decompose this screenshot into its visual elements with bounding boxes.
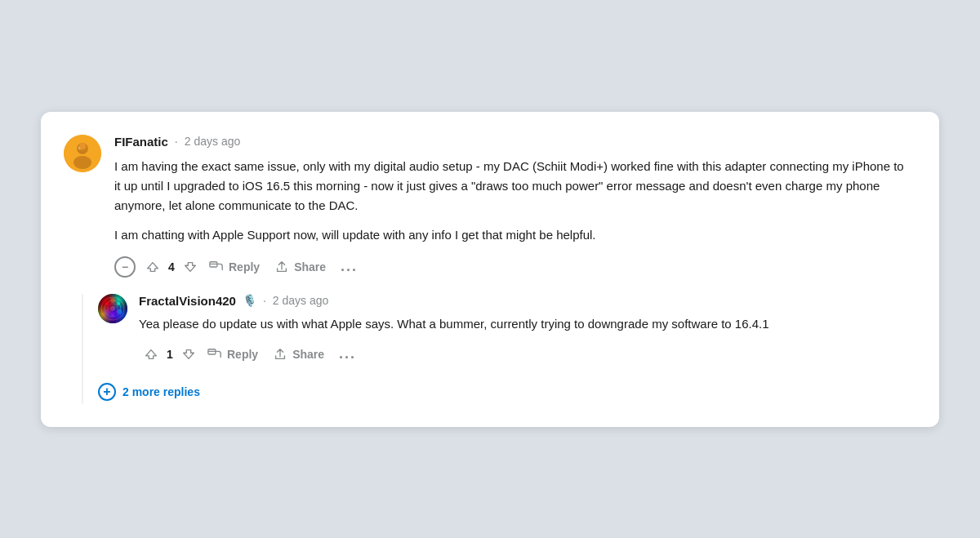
reply-upvote-icon bbox=[144, 347, 158, 362]
comment-text: I am having the exact same issue, only w… bbox=[114, 157, 913, 245]
reply-icon bbox=[209, 260, 224, 274]
svg-point-4 bbox=[79, 143, 86, 149]
vote-count: 4 bbox=[167, 260, 176, 273]
reply-comment: FractalVision420 🎙️ · 2 days ago Yea ple… bbox=[98, 294, 913, 365]
upvote-button[interactable] bbox=[144, 258, 162, 276]
comment-header: FIFanatic · 2 days ago bbox=[114, 135, 913, 149]
svg-point-6 bbox=[98, 294, 127, 323]
reply-reply-icon bbox=[207, 347, 222, 362]
share-icon bbox=[274, 260, 289, 274]
more-replies-button[interactable]: + 2 more replies bbox=[98, 380, 200, 404]
downvote-button[interactable] bbox=[181, 258, 199, 276]
share-label: Share bbox=[294, 260, 326, 273]
svg-point-17 bbox=[110, 306, 115, 311]
thread-container: FractalVision420 🎙️ · 2 days ago Yea ple… bbox=[64, 294, 913, 404]
reply-share-button[interactable]: Share bbox=[268, 344, 329, 365]
share-button[interactable]: Share bbox=[270, 256, 331, 278]
reply-share-icon bbox=[273, 347, 287, 362]
reply-upvote-button[interactable] bbox=[142, 345, 160, 363]
text-paragraph-2: I am chatting with Apple Support now, wi… bbox=[114, 225, 913, 245]
reply-header: FractalVision420 🎙️ · 2 days ago bbox=[139, 294, 913, 308]
comment-body: FIFanatic · 2 days ago I am having the e… bbox=[114, 135, 913, 278]
svg-point-2 bbox=[74, 156, 91, 169]
separator-dot: · bbox=[175, 135, 178, 148]
more-replies-label: 2 more replies bbox=[122, 385, 200, 398]
reply-timestamp: 2 days ago bbox=[273, 294, 329, 307]
timestamp: 2 days ago bbox=[185, 135, 241, 148]
svg-point-10 bbox=[108, 304, 118, 313]
reply-reply-button[interactable]: Reply bbox=[203, 344, 263, 365]
avatar bbox=[64, 135, 101, 172]
svg-point-8 bbox=[101, 297, 124, 320]
reply-reply-label: Reply bbox=[227, 348, 258, 361]
reply-vote-count: 1 bbox=[165, 348, 175, 361]
downvote-icon bbox=[183, 260, 198, 274]
reply-text: Yea please do update us with what Apple … bbox=[139, 314, 913, 334]
svg-point-16 bbox=[105, 302, 109, 305]
main-comment: FIFanatic · 2 days ago I am having the e… bbox=[64, 135, 913, 278]
reply-action-bar: 1 Reply bbox=[139, 344, 913, 365]
more-replies-icon: + bbox=[98, 383, 116, 401]
reply-body: FractalVision420 🎙️ · 2 days ago Yea ple… bbox=[139, 294, 913, 365]
vote-group: 4 bbox=[144, 258, 199, 276]
text-paragraph-1: I am having the exact same issue, only w… bbox=[114, 157, 913, 216]
reply-downvote-icon bbox=[181, 347, 196, 362]
svg-point-13 bbox=[104, 309, 109, 314]
reply-more-options-button[interactable]: ... bbox=[334, 344, 361, 364]
reply-username: FractalVision420 bbox=[139, 294, 236, 308]
reply-share-label: Share bbox=[292, 348, 324, 361]
reply-separator-dot: · bbox=[263, 294, 266, 307]
more-options-button[interactable]: ... bbox=[336, 256, 363, 277]
mic-icon: 🎙️ bbox=[243, 294, 256, 307]
svg-point-11 bbox=[110, 298, 115, 303]
comment-card: FIFanatic · 2 days ago I am having the e… bbox=[41, 112, 939, 427]
reply-vote-group: 1 bbox=[142, 345, 198, 363]
svg-point-15 bbox=[117, 302, 120, 305]
svg-point-12 bbox=[117, 309, 122, 314]
reply-downvote-button[interactable] bbox=[180, 345, 198, 363]
svg-point-7 bbox=[98, 294, 127, 323]
username: FIFanatic bbox=[114, 135, 168, 149]
action-bar: − 4 bbox=[114, 256, 913, 278]
svg-point-9 bbox=[105, 300, 121, 317]
svg-point-14 bbox=[111, 313, 114, 317]
collapse-button[interactable]: − bbox=[114, 256, 136, 278]
reply-label: Reply bbox=[229, 260, 260, 273]
replies-section: FractalVision420 🎙️ · 2 days ago Yea ple… bbox=[98, 294, 913, 404]
thread-line bbox=[82, 294, 83, 404]
upvote-icon bbox=[145, 260, 160, 274]
reply-button[interactable]: Reply bbox=[204, 256, 265, 278]
reply-avatar bbox=[98, 294, 127, 323]
